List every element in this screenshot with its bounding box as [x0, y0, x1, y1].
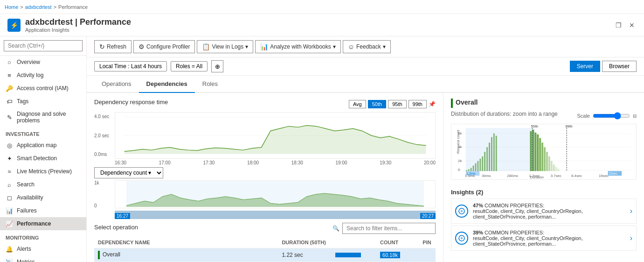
add-filter-button[interactable]: ⊕ [211, 60, 223, 72]
dependency-count-dropdown[interactable]: Dependency count ▾ [94, 167, 163, 178]
restore-button[interactable]: ❐ [614, 20, 623, 31]
svg-text:280ms: 280ms [507, 174, 518, 178]
svg-text:3.7sec: 3.7sec [551, 174, 561, 178]
tab-dependencies[interactable]: Dependencies [139, 76, 195, 93]
sidebar-item-overview[interactable]: ○ Overview [0, 56, 86, 69]
insight-0-arrow[interactable]: › [630, 207, 632, 215]
scale-slider[interactable] [593, 112, 630, 120]
logs-view-icon: 📋 [202, 43, 210, 50]
sidebar-item-metrics[interactable]: 📉 Metrics [0, 255, 86, 262]
tab-bar: Operations Dependencies Roles [87, 76, 644, 93]
toolbar: ↻ Refresh ⚙ Configure Profiler 📋 View in… [87, 36, 644, 57]
svg-text:30ms: 30ms [482, 174, 491, 178]
analyze-workbooks-button[interactable]: 📊 Analyze with Workbooks ▾ [255, 40, 341, 53]
start-time-badge: 16:27 [115, 213, 130, 219]
time-range-filter[interactable]: Local Time : Last 4 hours [94, 61, 167, 71]
sidebar-item-activity-log[interactable]: ≡ Activity log [0, 69, 86, 82]
search-input[interactable] [4, 40, 83, 51]
svg-rect-35 [546, 152, 548, 171]
overall-title: Overall [456, 99, 478, 106]
sidebar-item-tags[interactable]: 🏷 Tags [0, 95, 86, 108]
performance-icon: 📈 [6, 220, 13, 227]
sidebar-item-smart-detection[interactable]: ✦ Smart Detection [0, 152, 86, 165]
alerts-icon: 🔔 [6, 245, 13, 253]
browser-view-button[interactable]: Browser [602, 61, 637, 72]
refresh-icon: ↻ [99, 43, 105, 50]
sidebar-item-search[interactable]: ⌕ Search [0, 178, 86, 191]
insight-1-detail: resultCode, client_City, client_CountryO… [473, 235, 583, 247]
sidebar-item-diagnose[interactable]: ✎ Diagnose and solve problems [0, 108, 86, 127]
tab-roles[interactable]: Roles [195, 76, 225, 93]
insight-1-arrow[interactable]: › [630, 234, 632, 242]
svg-text:Duration: Duration [530, 175, 544, 179]
svg-rect-40 [558, 169, 560, 171]
y-label-0ms: 0.0ms [94, 152, 113, 157]
availability-icon: ◻ [6, 194, 13, 201]
right-panel: Overall Distribution of durations: zoom … [443, 93, 644, 262]
tags-icon: 🏷 [6, 98, 13, 105]
view-in-logs-button[interactable]: 📋 View in Logs ▾ [197, 40, 253, 53]
svg-text:99th: 99th [565, 124, 572, 128]
configure-profiler-button[interactable]: ⚙ Configure Profiler [133, 40, 195, 53]
scale-toggle[interactable]: ⊟ [633, 113, 637, 119]
insight-icon-1 [455, 232, 468, 245]
insight-1-percent: 39% [473, 230, 483, 235]
failures-icon: 📊 [6, 207, 13, 214]
sidebar-item-app-map[interactable]: ◎ Application map [0, 139, 86, 152]
svg-text:0: 0 [458, 168, 460, 172]
distribution-chart[interactable]: 6k 4k 2k 0 [451, 124, 637, 180]
time-selection-bar[interactable]: 16:27 20:27 [115, 211, 436, 219]
col-count: COUNT [376, 237, 405, 248]
p50-btn[interactable]: 50th [368, 100, 386, 108]
table-row[interactable]: Overall1.22 sec60.18k [94, 248, 436, 262]
p95-btn[interactable]: 95th [388, 100, 406, 108]
activity-log-icon: ≡ [6, 71, 13, 79]
sidebar-item-live-metrics[interactable]: ≈ Live Metrics (Preview) [0, 165, 86, 178]
feedback-button[interactable]: ☺ Feedback ▾ [343, 40, 391, 53]
svg-text:8.4sec: 8.4sec [571, 174, 582, 178]
tab-operations[interactable]: Operations [94, 76, 139, 93]
y-label-2sec: 2.0 sec [94, 133, 113, 138]
response-time-chart [115, 112, 436, 159]
diagnose-icon: ✎ [6, 113, 13, 121]
breadcrumb-home[interactable]: Home [5, 4, 18, 10]
breadcrumb-resource[interactable]: adxbcdrtest [25, 4, 52, 10]
left-panel: Dependency response time Avg 50th 95th 9… [87, 93, 443, 262]
avg-btn[interactable]: Avg [349, 100, 366, 108]
mini-y-label-1k: 1k [94, 180, 113, 185]
page-subtitle: Application Insights [25, 27, 131, 33]
sidebar-item-failures[interactable]: 📊 Failures [0, 204, 86, 217]
p99-btn[interactable]: 99th [409, 100, 427, 108]
svg-rect-39 [555, 167, 557, 171]
chart-title: Dependency response time [94, 99, 168, 106]
svg-text:Request count: Request count [456, 129, 460, 153]
sidebar-item-availability[interactable]: ◻ Availability [0, 191, 86, 204]
sidebar-item-performance[interactable]: 📈 Performance [0, 217, 86, 230]
server-view-button[interactable]: Server [570, 61, 600, 72]
overview-icon: ○ [6, 58, 13, 66]
dist-title: Distribution of durations: zoom into a r… [451, 111, 558, 117]
close-button[interactable]: ✕ [627, 20, 637, 31]
filter-bar: Local Time : Last 4 hours Roles = All ⊕ … [87, 57, 644, 76]
insight-item-0[interactable]: 47% COMMON PROPERTIES: resultCode, clien… [451, 198, 637, 224]
dependency-count-chart [115, 180, 436, 208]
search-icon: ⌕ [6, 181, 13, 188]
roles-filter[interactable]: Roles = All [171, 61, 208, 71]
feedback-icon: ☺ [348, 43, 354, 50]
pin-icon[interactable]: 📌 [429, 101, 436, 107]
svg-rect-34 [544, 147, 546, 171]
svg-text:19sec: 19sec [599, 174, 609, 178]
svg-rect-38 [553, 165, 555, 171]
insights-title: Insights (2) [451, 189, 637, 196]
refresh-button[interactable]: ↻ Refresh [94, 40, 132, 53]
table-search-input[interactable] [342, 223, 436, 234]
insight-item-1[interactable]: 39% COMMON PROPERTIES: resultCode, clien… [451, 226, 637, 251]
insight-0-detail: resultCode, client_City, client_CountryO… [473, 208, 583, 220]
breadcrumb-page: Performance [58, 4, 88, 10]
sidebar-item-alerts[interactable]: 🔔 Alerts [0, 242, 86, 255]
sidebar: ○ Overview ≡ Activity log 🔑 Access contr… [0, 36, 87, 262]
svg-rect-54 [466, 128, 535, 171]
search-filter-icon: 🔍 [332, 225, 339, 232]
col-dependency-name: DEPENDENCY NAME [94, 237, 278, 248]
sidebar-item-access-control[interactable]: 🔑 Access control (IAM) [0, 82, 86, 95]
